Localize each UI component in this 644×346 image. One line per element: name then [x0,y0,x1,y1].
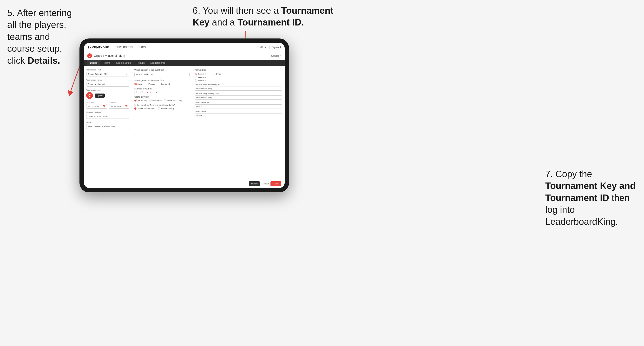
tournament-name-input[interactable]: Clippd Invitational [86,82,129,87]
third-party-2-label: Use third-party scoring API? [194,93,282,95]
third-party-1-label: Use third-party live scoring API? [194,84,282,86]
radio-round-4[interactable] [153,91,155,93]
round-2[interactable]: 2 [140,91,144,93]
scoring-match[interactable]: Match Play [149,99,162,101]
upload-button[interactable]: Upload [95,94,105,98]
radio-teams[interactable] [134,107,137,110]
gender-group: Which gender is the event for? Mens Wome… [134,79,190,85]
cancel-button-header[interactable]: Cancel ✕ [271,55,281,57]
annotation-top-right: 6. You will then see a Tournament Key an… [193,5,337,29]
radio-stroke[interactable] [134,99,137,101]
radio-individuals[interactable] [158,107,160,110]
tab-course-setup[interactable]: Course Setup [113,60,134,66]
division-arrow: ⌄ [186,73,188,76]
start-date-group: Start date Jan 21, 2024 📅 [86,101,107,109]
format-row-2: 6 count 4 [194,76,282,78]
cancel-button-footer[interactable]: Cancel [262,182,268,185]
scoring-label: Scoring system [134,96,190,98]
tournament-logo-group: Tournament logo C Upload [86,89,129,99]
radio-womens[interactable] [145,83,147,85]
gender-label: Which gender is the event for? [134,79,190,82]
radio-round-3[interactable] [147,91,149,93]
rounds-row: 1 2 3 4 [134,91,190,93]
tab-results[interactable]: Results [134,60,148,66]
radio-other[interactable] [213,73,215,75]
gender-womens[interactable]: Womens [145,83,155,85]
end-date-label: End date [108,101,130,103]
nav-separator: | [270,46,270,49]
radio-5count4[interactable] [194,73,197,75]
nav-signout[interactable]: Sign out [272,46,281,49]
calendar-icon-end: 📅 [125,105,128,108]
rounds-group: Number of rounds 1 2 3 [134,88,190,93]
start-date-input[interactable]: Jan 21, 2024 📅 [86,104,107,109]
tab-details[interactable]: Details [87,60,100,66]
third-party-1-input[interactable]: Leaderboard King × [194,87,282,91]
footer-bar: Delete Cancel Save [84,179,285,188]
tab-leaderboards[interactable]: Leaderboards [148,60,168,66]
radio-mens[interactable] [134,83,137,85]
tournament-id-label: Tournament ID [194,110,282,113]
radio-combined[interactable] [158,83,160,85]
format-row-1: 5 count 4 Other [194,73,282,75]
radio-6count5[interactable] [194,79,197,82]
nav-teams[interactable]: TEAMS [138,46,146,49]
tournament-host-label: Tournament Host [86,69,129,71]
radio-round-2[interactable] [140,91,143,93]
tournament-key-label: Tournament Key [194,101,282,104]
round-4[interactable]: 4 [153,91,157,93]
nav-tournaments[interactable]: TOURNAMENTS [114,46,132,49]
sponsor-label: Sponsor (optional) [86,111,129,113]
event-individuals[interactable]: Individuals Only [158,107,174,110]
clear-icon-1[interactable]: × [279,88,280,90]
middle-column: Which division is the event for? NCAA Di… [132,66,192,179]
division-input[interactable]: NCAA Division III ⌄ [134,72,190,77]
main-content: Tournament Host Clippd College - Men ⌄ T… [84,66,285,179]
gender-radio-row: Mens Womens Combined [134,83,190,85]
sponsor-group: Sponsor (optional) [86,111,129,119]
end-date-input[interactable]: Jan 23, 2024 📅 [108,104,130,109]
venue-input[interactable]: Peachtree GC - Atlanta - GA ⌄ [86,124,129,129]
gender-combined[interactable]: Combined [158,83,170,85]
radio-medal[interactable] [164,99,166,101]
venue-arrow: ⌄ [126,126,128,128]
brand-name: SCOREBOARD [88,45,109,48]
nav-user: Test User [257,46,267,49]
event-teams[interactable]: Teams (+Individuals) [134,107,155,110]
brand-logo: SCOREBOARD Powered by clippd [88,45,109,49]
round-3[interactable]: 3 [147,91,151,93]
radio-match[interactable] [149,99,152,101]
page-header: C Clippd Invitational (Men) Cancel ✕ [84,52,285,60]
tabs-bar: Details Teams Course Setup Results Leade… [84,60,285,66]
annotation-left: 5. After entering all the players, teams… [7,7,75,67]
tournament-host-input[interactable]: Clippd College - Men ⌄ [86,72,129,76]
tournament-logo-label: Tournament logo [86,89,129,91]
format-row-3: 6 count 5 [194,79,282,82]
delete-button[interactable]: Delete [249,181,260,186]
format-other[interactable]: Other [213,73,221,75]
radio-6count4[interactable] [194,76,197,78]
tab-teams[interactable]: Teams [100,60,113,66]
scoring-stroke[interactable]: Stroke Play [134,99,148,101]
scoring-medal[interactable]: Medal Match Play [164,99,182,101]
venue-label: Venue [86,121,129,123]
format-5count4[interactable]: 5 count 4 [194,73,206,75]
clear-icon-2[interactable]: × [279,96,280,99]
event-type-row: Teams (+Individuals) Individuals Only [134,107,190,110]
gender-mens[interactable]: Mens [134,83,142,85]
start-date-label: Start date [86,101,107,103]
rounds-label: Number of rounds [134,88,190,90]
tournament-key-value: b4f9b7 [194,104,282,108]
round-1[interactable]: 1 [134,91,138,93]
radio-round-1[interactable] [134,91,137,93]
event-type-label: Is this event for Teams and/or Individua… [134,104,190,106]
sponsor-input[interactable] [86,114,129,119]
format-6count4[interactable]: 6 count 4 [194,76,206,78]
third-party-2-input[interactable]: Leaderboard King × [194,95,282,100]
save-button[interactable]: Save [270,181,281,186]
dates-group: Start date Jan 21, 2024 📅 End date Jan 2… [86,101,129,109]
venue-group: Venue Peachtree GC - Atlanta - GA ⌄ [86,121,129,129]
top-nav: SCOREBOARD Powered by clippd TOURNAMENTS… [84,43,285,52]
page-icon: C [87,53,92,58]
format-6count5[interactable]: 6 count 5 [194,79,206,82]
